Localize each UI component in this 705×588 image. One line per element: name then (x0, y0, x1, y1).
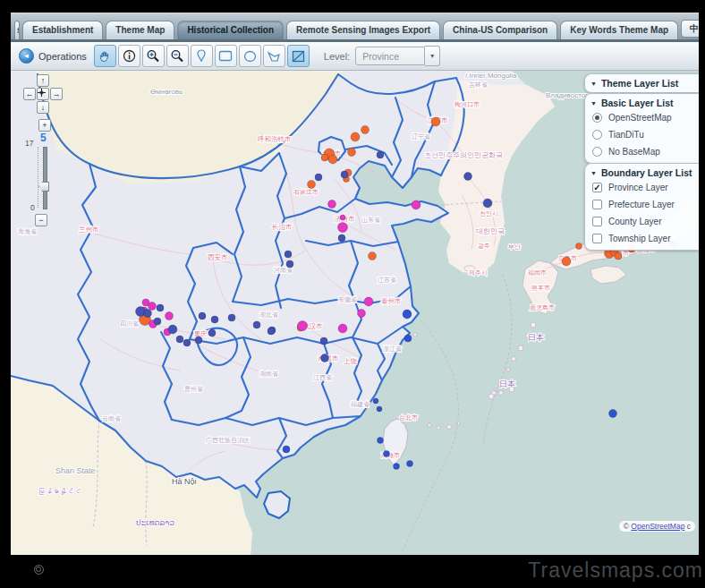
collapse-toolbar-icon[interactable]: ◂ (19, 48, 34, 64)
tab-historical-collection[interactable]: Historical Collection (177, 21, 284, 39)
tab-theme-map[interactable]: Theme Map (106, 21, 174, 39)
data-point-marker[interactable] (384, 451, 390, 457)
data-point-marker[interactable] (208, 329, 216, 337)
data-point-marker[interactable] (176, 336, 183, 343)
basemap-option-tianditu[interactable]: TianDiTu (590, 126, 693, 143)
data-point-marker[interactable] (315, 174, 322, 181)
pan-tool-button[interactable] (94, 45, 116, 67)
data-point-marker[interactable] (615, 252, 622, 260)
data-point-marker[interactable] (464, 173, 472, 181)
basemap-option-nobasemap[interactable]: No BaseMap (590, 143, 693, 160)
basemap-option-openstreetmap[interactable]: OpenStreetMap (590, 109, 693, 126)
data-point-marker[interactable] (394, 464, 400, 470)
data-point-marker[interactable] (253, 321, 260, 328)
data-point-marker[interactable] (351, 132, 360, 141)
map-canvas[interactable]: Өмнөговь/ Inner MongoliaВладивосток吉林省梅河… (11, 71, 699, 555)
zoom-in-button[interactable]: + (38, 119, 51, 132)
data-point-marker[interactable] (283, 446, 290, 453)
level-dropdown[interactable]: Province (355, 47, 425, 65)
data-point-marker[interactable] (338, 234, 345, 242)
identify-tool-button[interactable] (118, 45, 140, 67)
data-point-marker[interactable] (341, 171, 348, 178)
data-point-marker[interactable] (268, 328, 275, 335)
checkbox-icon[interactable] (592, 183, 602, 192)
tab-remote-sensing[interactable]: Remote Sensing Images Export (286, 21, 440, 39)
boundary-option-province[interactable]: Province Layer (590, 179, 693, 196)
marker-tool-button[interactable] (191, 45, 213, 67)
radio-icon[interactable] (592, 147, 602, 157)
data-point-marker[interactable] (338, 324, 347, 333)
data-point-marker[interactable] (195, 337, 202, 344)
data-point-marker[interactable] (168, 325, 177, 334)
data-point-marker[interactable] (211, 316, 218, 323)
data-point-marker[interactable] (149, 303, 157, 311)
tab-key-words-theme-map[interactable]: Key Words Theme Map (560, 21, 678, 39)
data-point-marker[interactable] (407, 461, 413, 467)
data-point-marker[interactable] (308, 181, 316, 189)
data-point-marker[interactable] (412, 200, 420, 209)
data-point-marker[interactable] (576, 243, 582, 250)
data-point-marker[interactable] (431, 117, 440, 126)
zoom-out-tool-button[interactable] (166, 45, 189, 67)
checkbox-icon[interactable] (592, 200, 602, 209)
data-point-marker[interactable] (285, 251, 292, 258)
data-point-marker[interactable] (609, 410, 617, 418)
pan-down-button[interactable]: ↓ (37, 101, 49, 114)
data-point-marker[interactable] (483, 199, 492, 208)
openstreetmap-link[interactable]: OpenStreetMap (631, 522, 684, 531)
data-point-marker[interactable] (157, 304, 164, 311)
checkbox-icon[interactable] (592, 234, 602, 243)
data-point-marker[interactable] (286, 260, 293, 268)
data-point-marker[interactable] (321, 154, 328, 161)
data-point-marker[interactable] (369, 252, 377, 260)
data-point-marker[interactable] (378, 438, 384, 444)
data-point-marker[interactable] (328, 200, 336, 209)
boundary-option-township[interactable]: Township Layer (590, 230, 693, 247)
data-point-marker[interactable] (328, 155, 337, 164)
pan-up-button[interactable]: ↑ (37, 74, 49, 87)
boundary-layer-header[interactable]: ▼ Boundary Layer List (590, 166, 693, 179)
polygon-select-tool-button[interactable] (263, 45, 285, 67)
tab-partial[interactable]: s (14, 21, 20, 39)
zoom-in-tool-button[interactable] (142, 45, 165, 67)
data-point-marker[interactable] (298, 321, 308, 331)
data-point-marker[interactable] (144, 310, 152, 318)
rectangle-select-tool-button[interactable] (215, 45, 237, 67)
data-point-marker[interactable] (361, 126, 369, 134)
data-point-marker[interactable] (364, 297, 373, 306)
boundary-option-prefecture[interactable]: Prefecture Layer (590, 196, 693, 213)
data-point-marker[interactable] (338, 223, 348, 233)
zoom-slider-track[interactable] (43, 147, 47, 209)
data-point-marker[interactable] (320, 337, 327, 345)
tab-establishment[interactable]: Establishment (22, 21, 103, 39)
zoom-out-button[interactable]: − (35, 214, 47, 226)
data-point-marker[interactable] (166, 312, 174, 320)
data-point-marker[interactable] (340, 215, 345, 220)
data-point-marker[interactable] (404, 335, 412, 342)
data-point-marker[interactable] (154, 318, 161, 325)
circle-select-tool-button[interactable] (239, 45, 261, 67)
tab-china-us-comparison[interactable]: China-US Comparison (443, 21, 557, 39)
data-point-marker[interactable] (562, 257, 571, 266)
pan-right-button[interactable]: → (50, 88, 63, 100)
data-point-marker[interactable] (358, 310, 366, 318)
lang-button-chinese[interactable]: 中文 (681, 20, 699, 38)
theme-layer-header[interactable]: ▼ Theme Layer List (590, 77, 693, 89)
data-point-marker[interactable] (228, 314, 235, 321)
data-point-marker[interactable] (199, 312, 206, 320)
pan-home-button[interactable] (37, 88, 49, 100)
basic-layer-header[interactable]: ▼ Basic Layer List (590, 97, 693, 109)
boundary-option-county[interactable]: County Layer (590, 213, 693, 230)
data-point-marker[interactable] (403, 310, 412, 319)
data-point-marker[interactable] (321, 354, 329, 362)
data-point-marker[interactable] (348, 149, 356, 157)
radio-icon[interactable] (592, 113, 602, 123)
data-point-marker[interactable] (377, 151, 384, 158)
extent-select-tool-button[interactable] (287, 45, 310, 67)
checkbox-icon[interactable] (592, 217, 602, 226)
data-point-marker[interactable] (183, 339, 191, 346)
data-point-marker[interactable] (373, 398, 378, 404)
radio-icon[interactable] (592, 130, 602, 140)
pan-left-button[interactable]: ← (23, 88, 36, 100)
data-point-marker[interactable] (377, 406, 382, 412)
